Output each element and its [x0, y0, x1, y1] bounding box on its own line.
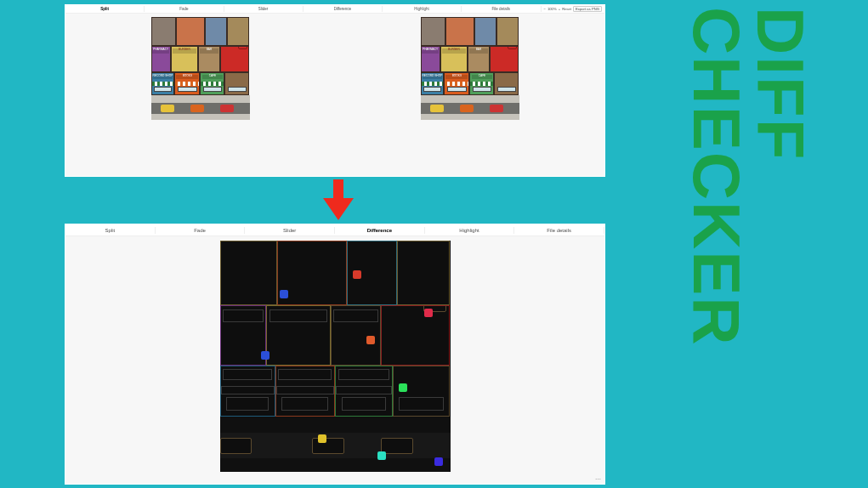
zoom-in-icon[interactable]: + — [559, 7, 560, 11]
car-icon — [190, 105, 204, 112]
diff-spot — [318, 434, 326, 443]
tab-file-details[interactable]: File details — [462, 6, 541, 12]
diff-spot — [261, 351, 269, 360]
tab-highlight[interactable]: Highlight — [383, 6, 462, 12]
page-title: DIFF CHECKER — [684, 7, 812, 488]
tab-slider[interactable]: Slider — [224, 6, 304, 12]
diff-spot — [366, 336, 375, 344]
car-icon — [220, 105, 234, 112]
top-toolbar: Split Fade Slider Difference Highlight F… — [65, 5, 604, 14]
difference-view-panel: Split Fade Slider Difference Highlight F… — [65, 224, 605, 485]
changed-image: PHARMACY BURGER BAR RECORD SHOP BOOKS CA… — [421, 17, 519, 120]
tab-fade[interactable]: Fade — [145, 6, 224, 12]
diff-spot — [377, 451, 386, 460]
reset-button[interactable]: Reset — [562, 7, 571, 11]
sign-bar: BAR — [200, 48, 218, 54]
split-content: PHARMACY BURGER BAR RECORD SHOP BOOKS CA… — [65, 14, 604, 176]
original-image-pane[interactable]: PHARMACY BURGER BAR RECORD SHOP BOOKS CA… — [65, 14, 335, 124]
tab-difference[interactable]: Difference — [304, 6, 383, 12]
sign-burger: BURGER — [173, 48, 196, 54]
tab-fade[interactable]: Fade — [156, 227, 246, 234]
difference-image[interactable] — [220, 241, 451, 472]
sign-record: RECORD SHOP — [153, 75, 173, 79]
tab-slider[interactable]: Slider — [245, 227, 335, 234]
diff-spot — [353, 270, 361, 279]
tab-split[interactable]: Split — [65, 227, 156, 234]
sign-cafe: CAFE — [202, 75, 224, 79]
diff-spot — [399, 383, 407, 392]
sign-books: BOOKS — [176, 75, 198, 79]
tab-highlight[interactable]: Highlight — [425, 227, 515, 234]
tab-split[interactable]: Split — [65, 6, 145, 12]
zoom-value: 100% — [547, 7, 557, 11]
diff-spot — [434, 457, 443, 466]
difference-content — [65, 236, 604, 484]
tab-difference[interactable]: Difference — [335, 227, 425, 234]
bottom-toolbar: Split Fade Slider Difference Highlight F… — [65, 224, 604, 236]
diff-spot — [424, 309, 433, 317]
split-view-panel: Split Fade Slider Difference Highlight F… — [65, 4, 605, 177]
original-image: PHARMACY BURGER BAR RECORD SHOP BOOKS CA… — [151, 17, 250, 120]
sign-pharmacy: PHARMACY — [152, 48, 169, 54]
car-icon — [161, 105, 174, 112]
toolbar-right: − 100% + Reset Export as PNG — [542, 6, 605, 12]
more-icon[interactable]: ⋯ — [595, 476, 601, 483]
tab-file-details[interactable]: File details — [514, 227, 604, 234]
bus-icon — [238, 46, 247, 49]
diff-spot — [280, 290, 288, 298]
zoom-out-icon[interactable]: − — [544, 7, 546, 11]
changed-image-pane[interactable]: PHARMACY BURGER BAR RECORD SHOP BOOKS CA… — [335, 14, 604, 124]
export-button[interactable]: Export as PNG — [573, 6, 602, 12]
arrow-down-icon — [323, 179, 354, 220]
